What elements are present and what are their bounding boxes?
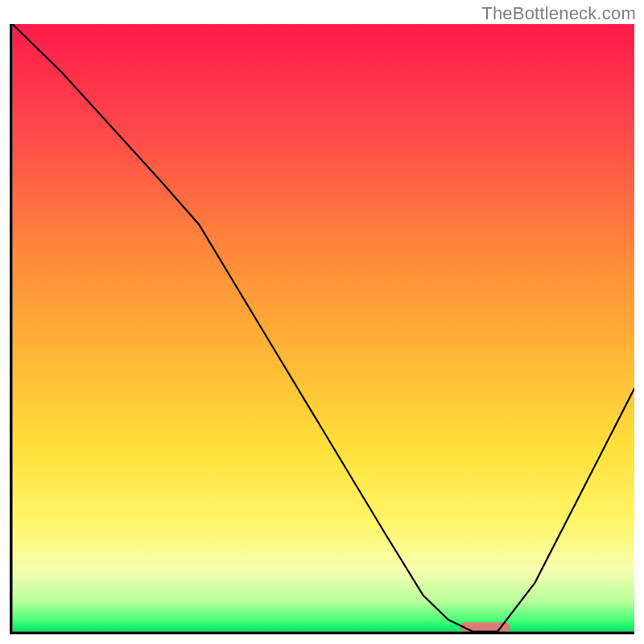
chart-gradient-bg <box>13 24 635 632</box>
watermark-text: TheBottleneck.com <box>481 3 636 24</box>
chart-svg <box>10 24 634 634</box>
bottleneck-chart <box>10 24 634 634</box>
